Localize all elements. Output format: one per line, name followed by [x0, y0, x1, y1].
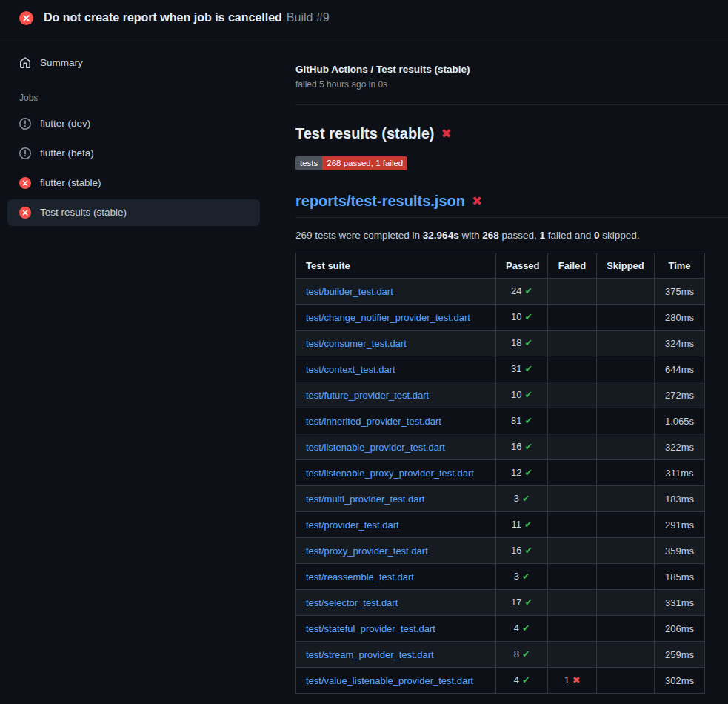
- passed-count: 10: [511, 311, 521, 322]
- sidebar-job-item[interactable]: flutter (beta): [7, 140, 260, 167]
- neutral-status-icon: [19, 118, 31, 130]
- passed-count: 16: [511, 441, 521, 452]
- summary-text: passed,: [499, 230, 540, 241]
- passed-count: 18: [511, 337, 521, 348]
- passed-cell: 11✔: [496, 512, 548, 538]
- table-row: test/provider_test.dart 11✔ 291ms: [296, 512, 705, 538]
- status-line: failed 5 hours ago in 0s: [295, 79, 704, 90]
- sidebar-job-item[interactable]: Test results (stable): [7, 199, 260, 226]
- divider: [295, 104, 728, 105]
- passed-cell: 8✔: [496, 642, 548, 668]
- skipped-cell: [597, 434, 655, 460]
- failed-cell: [548, 382, 597, 408]
- suite-link[interactable]: test/future_provider_test.dart: [306, 390, 429, 401]
- passed-count: 8: [514, 648, 519, 660]
- passed-cell: 12✔: [496, 460, 548, 486]
- failed-cell: [548, 279, 597, 305]
- failed-cell: [548, 408, 597, 434]
- time-cell: 375ms: [655, 279, 705, 305]
- suite-link[interactable]: test/listenable_provider_test.dart: [306, 442, 445, 453]
- suite-link[interactable]: test/selector_test.dart: [306, 597, 398, 608]
- failed-cell: [548, 460, 597, 486]
- table-row: test/stateful_provider_test.dart 4✔ 206m…: [296, 616, 705, 642]
- time-cell: 331ms: [655, 590, 705, 616]
- job-label: flutter (beta): [40, 147, 94, 160]
- suite-cell: test/selector_test.dart: [296, 590, 496, 616]
- sidebar-job-item[interactable]: flutter (stable): [7, 170, 260, 196]
- breadcrumb: GitHub Actions / Test results (stable): [295, 63, 704, 76]
- suite-link[interactable]: test/change_notifier_provider_test.dart: [306, 312, 470, 323]
- suite-cell: test/listenable_provider_test.dart: [296, 434, 496, 460]
- time-cell: 206ms: [655, 616, 705, 642]
- sidebar: Summary Jobs flutter (dev) flutter (beta…: [0, 36, 275, 229]
- summary-label: Summary: [40, 56, 83, 70]
- passed-cell: 3✔: [496, 486, 548, 512]
- sidebar-job-item[interactable]: flutter (dev): [7, 110, 260, 137]
- skipped-cell: [597, 331, 655, 356]
- suite-link[interactable]: test/reassemble_test.dart: [306, 571, 414, 582]
- page-layout: Summary Jobs flutter (dev) flutter (beta…: [0, 36, 728, 694]
- suite-cell: test/inherited_provider_test.dart: [296, 408, 496, 434]
- passed-count: 31: [511, 363, 521, 374]
- suite-cell: test/value_listenable_provider_test.dart: [296, 668, 496, 694]
- time-cell: 644ms: [655, 356, 705, 382]
- failed-cell: [548, 305, 597, 331]
- time-cell: 280ms: [655, 305, 705, 331]
- suite-link[interactable]: test/consumer_test.dart: [306, 338, 407, 349]
- tests-badge: tests268 passed, 1 failed: [295, 156, 407, 170]
- suite-link[interactable]: test/builder_test.dart: [306, 286, 393, 297]
- check-icon: ✔: [524, 416, 532, 426]
- failed-cell: [548, 642, 597, 668]
- failed-cell: [548, 616, 597, 642]
- table-header-row: Test suitePassedFailedSkippedTime: [296, 253, 705, 279]
- passed-cell: 31✔: [496, 356, 548, 382]
- table-row: test/inherited_provider_test.dart 81✔ 1.…: [296, 408, 705, 434]
- suite-link[interactable]: test/context_test.dart: [306, 364, 395, 375]
- skipped-cell: [597, 408, 655, 434]
- suite-link[interactable]: test/proxy_provider_test.dart: [306, 545, 428, 557]
- run-title-text: Do not create report when job is cancell…: [44, 11, 282, 24]
- sidebar-item-summary[interactable]: Summary: [7, 50, 260, 76]
- suite-link[interactable]: test/stateful_provider_test.dart: [306, 623, 435, 634]
- time-cell: 185ms: [655, 564, 705, 590]
- suite-link[interactable]: test/multi_provider_test.dart: [306, 494, 424, 505]
- table-row: test/future_provider_test.dart 10✔ 272ms: [296, 382, 705, 408]
- passed-count: 17: [511, 597, 521, 608]
- passed-cell: 18✔: [496, 331, 548, 356]
- summary-text: failed and: [545, 230, 594, 241]
- job-label: Test results (stable): [40, 206, 127, 219]
- suite-cell: test/context_test.dart: [296, 356, 496, 382]
- table-row: test/value_listenable_provider_test.dart…: [296, 668, 705, 694]
- run-failed-icon: [19, 11, 33, 25]
- suite-link[interactable]: test/provider_test.dart: [306, 519, 399, 531]
- suite-link[interactable]: test/listenable_proxy_provider_test.dart: [306, 468, 474, 479]
- report-heading: reports/test-results.json ✖: [295, 191, 728, 218]
- suite-link[interactable]: test/inherited_provider_test.dart: [306, 416, 441, 427]
- suite-link[interactable]: test/stream_provider_test.dart: [306, 649, 434, 660]
- failed-status-icon: [19, 207, 31, 219]
- job-label: flutter (dev): [40, 117, 90, 130]
- skipped-cell: [597, 590, 655, 616]
- failed-cell: [548, 564, 597, 590]
- time-cell: 272ms: [655, 382, 705, 408]
- suite-link[interactable]: test/value_listenable_provider_test.dart: [306, 675, 473, 686]
- badge-value: 268 passed, 1 failed: [322, 156, 407, 170]
- summary-passed-count: 268: [482, 230, 499, 241]
- cross-icon: ✖: [572, 675, 580, 685]
- page-header: Do not create report when job is cancell…: [0, 0, 728, 36]
- column-header-test-suite: Test suite: [296, 253, 496, 279]
- check-icon: ✔: [524, 286, 532, 296]
- suite-cell: test/stream_provider_test.dart: [296, 642, 496, 668]
- passed-cell: 16✔: [496, 538, 548, 564]
- report-link[interactable]: reports/test-results.json: [295, 191, 465, 210]
- failed-cross-icon: ✖: [472, 195, 482, 207]
- table-row: test/selector_test.dart 17✔ 331ms: [296, 590, 705, 616]
- section-title: Test results (stable) ✖: [295, 124, 704, 143]
- failed-cell: 1✖: [548, 668, 597, 694]
- suite-cell: test/reassemble_test.dart: [296, 564, 496, 590]
- skipped-cell: [597, 279, 655, 305]
- summary-failed-count: 1: [540, 230, 546, 241]
- suite-cell: test/multi_provider_test.dart: [296, 486, 496, 512]
- failed-cell: [548, 486, 597, 512]
- skipped-cell: [597, 538, 655, 564]
